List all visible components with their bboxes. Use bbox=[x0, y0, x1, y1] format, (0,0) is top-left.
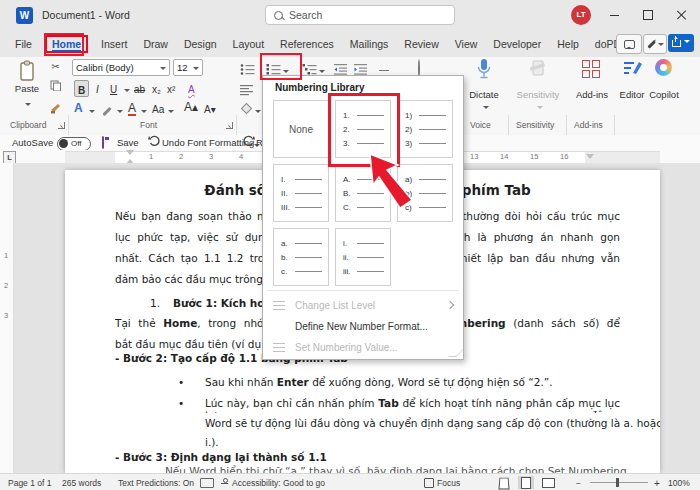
tab-file[interactable]: File bbox=[12, 36, 35, 52]
phonetic-guide-button[interactable]: A bbox=[188, 81, 195, 95]
undo-button[interactable] bbox=[148, 135, 160, 149]
copy-icon bbox=[50, 80, 61, 91]
autosave-state: Off bbox=[71, 139, 82, 148]
font-color-button[interactable]: A bbox=[128, 100, 136, 116]
comments-button[interactable] bbox=[616, 34, 642, 54]
highlight-color-button[interactable] bbox=[102, 103, 112, 117]
sensitivity-button[interactable] bbox=[530, 59, 546, 83]
editing-mode-button[interactable] bbox=[643, 34, 667, 54]
highlighter-icon bbox=[102, 107, 111, 116]
copy-button[interactable] bbox=[50, 77, 61, 95]
sensitivity-group-label: Sensitivity bbox=[516, 120, 554, 130]
tab-draw[interactable]: Draw bbox=[140, 36, 171, 52]
shading-button[interactable] bbox=[240, 101, 261, 119]
add-ins-button[interactable] bbox=[582, 60, 600, 78]
add-ins-label: Add-ins bbox=[572, 89, 612, 100]
zoom-out-button[interactable]: − bbox=[576, 478, 581, 488]
ruler-number: 14 bbox=[500, 152, 508, 161]
undo-label[interactable]: Undo Font Formatting bbox=[162, 137, 254, 148]
read-mode-button[interactable] bbox=[496, 476, 512, 489]
strikethrough-button[interactable]: ab bbox=[134, 81, 145, 95]
maximize-icon bbox=[643, 10, 653, 20]
tab-design[interactable]: Design bbox=[181, 36, 220, 52]
title-bar: W Document1 - Word Search LT bbox=[0, 0, 700, 30]
bullets-button[interactable] bbox=[240, 61, 255, 79]
set-numbering-value-icon bbox=[273, 342, 287, 352]
redo-icon bbox=[243, 135, 255, 147]
font-dialog-launcher-icon[interactable] bbox=[226, 122, 233, 129]
menu-item-set-numbering-value: Set Numbering Value... bbox=[267, 337, 459, 357]
right-indent-marker[interactable] bbox=[586, 154, 594, 163]
search-icon bbox=[274, 11, 283, 20]
tab-view[interactable]: View bbox=[452, 36, 481, 52]
close-button[interactable] bbox=[666, 0, 698, 30]
italic-button[interactable]: I bbox=[96, 81, 99, 95]
vertical-ruler[interactable]: 1 2 3 bbox=[0, 163, 14, 473]
minimize-button[interactable] bbox=[598, 0, 630, 30]
chevron-down-icon bbox=[483, 106, 489, 112]
share-button[interactable] bbox=[668, 34, 694, 52]
numbering-option-none[interactable]: None bbox=[273, 100, 329, 158]
underline-button[interactable]: U bbox=[110, 81, 117, 95]
tab-references[interactable]: References bbox=[277, 36, 337, 52]
bullet-list-icon bbox=[240, 63, 255, 75]
menu-item-define-new-number-format[interactable]: Define New Number Format... bbox=[267, 316, 459, 336]
numbering-option-roman-lower[interactable]: i.ii.iii. bbox=[335, 228, 391, 286]
zoom-slider[interactable] bbox=[590, 482, 648, 483]
zoom-level[interactable]: 100% bbox=[668, 478, 690, 488]
tab-review[interactable]: Review bbox=[401, 36, 441, 52]
tab-developer[interactable]: Developer bbox=[490, 36, 544, 52]
superscript-button[interactable]: x² bbox=[167, 81, 175, 95]
font-size-select[interactable]: 12 bbox=[173, 59, 203, 76]
redo-button[interactable] bbox=[243, 135, 255, 149]
autosave-toggle[interactable]: Off bbox=[57, 137, 91, 151]
font-size-value: 12 bbox=[177, 62, 188, 73]
text-effects-button[interactable]: A bbox=[74, 101, 83, 115]
text-predictions[interactable]: Text Predictions: On bbox=[118, 478, 194, 488]
font-name-select[interactable]: Calibri (Body) bbox=[72, 59, 170, 76]
avatar[interactable]: LT bbox=[571, 5, 591, 25]
print-layout-button[interactable] bbox=[518, 476, 534, 489]
chevron-down-icon bbox=[141, 110, 147, 116]
tab-help[interactable]: Help bbox=[554, 36, 582, 52]
increase-indent-icon bbox=[354, 63, 368, 75]
cut-button[interactable]: ✂ bbox=[51, 61, 59, 72]
change-case-button[interactable]: Aa bbox=[152, 101, 164, 115]
share-icon bbox=[672, 40, 681, 47]
numbering-option-alpha-lower[interactable]: a.b.c. bbox=[273, 228, 329, 286]
dictate-label: Dictate bbox=[462, 89, 506, 100]
bold-button[interactable]: B bbox=[74, 80, 89, 97]
focus-button[interactable]: Focus bbox=[437, 478, 460, 488]
save-label[interactable]: Save bbox=[117, 137, 139, 148]
accessibility-status[interactable]: Accessibility: Good to go bbox=[232, 478, 325, 488]
spacer bbox=[273, 321, 287, 331]
bullet-line: Sau khi nhấn Enter để xuống dòng, Word s… bbox=[205, 376, 620, 388]
page-indicator[interactable]: Page 1 of 1 bbox=[8, 478, 51, 488]
zoom-in-button[interactable]: + bbox=[654, 478, 660, 489]
tab-mailings[interactable]: Mailings bbox=[347, 36, 392, 52]
annotation-box-home-tab bbox=[44, 33, 84, 56]
copilot-icon[interactable] bbox=[655, 59, 672, 76]
dictate-button[interactable] bbox=[476, 58, 492, 84]
paste-button[interactable]: Paste bbox=[10, 60, 44, 112]
grow-font-button[interactable]: A▴ bbox=[184, 100, 198, 114]
ribbon-tab-bar: File Home Insert Draw Design Layout Refe… bbox=[0, 30, 700, 57]
editor-button[interactable] bbox=[622, 59, 643, 82]
align-left-button[interactable] bbox=[240, 82, 254, 100]
numbering-option-roman-upper[interactable]: I.II.III. bbox=[273, 164, 329, 222]
minimize-icon bbox=[610, 15, 619, 16]
word-count[interactable]: 265 words bbox=[62, 478, 101, 488]
zoom-slider-thumb[interactable] bbox=[616, 478, 619, 487]
save-icon[interactable] bbox=[102, 136, 104, 149]
clipboard-dialog-launcher-icon[interactable] bbox=[58, 122, 65, 129]
maximize-button[interactable] bbox=[632, 0, 664, 30]
tab-layout[interactable]: Layout bbox=[230, 36, 268, 52]
search-input[interactable]: Search bbox=[265, 5, 455, 25]
shrink-font-button[interactable]: A▾ bbox=[204, 101, 216, 115]
indent-marker[interactable] bbox=[126, 150, 134, 163]
subscript-button[interactable]: x₂ bbox=[152, 81, 161, 95]
tab-insert[interactable]: Insert bbox=[98, 36, 130, 52]
format-painter-button[interactable] bbox=[50, 100, 61, 118]
keyboard-icon[interactable] bbox=[200, 478, 214, 488]
web-layout-button[interactable] bbox=[540, 476, 556, 489]
